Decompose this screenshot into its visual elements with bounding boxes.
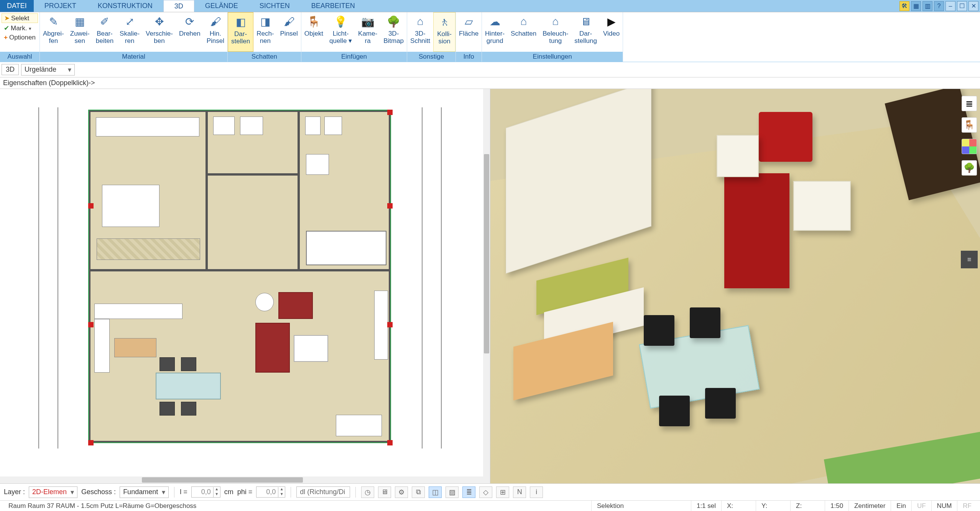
phi-spinner[interactable]: ▲▼ — [256, 486, 285, 498]
sonstige-kollision[interactable]: 🚶︎Kolli- sion — [433, 12, 455, 52]
view-3d[interactable]: ≣ 🪑 🌳 ≡ — [490, 89, 980, 483]
material-skalieren[interactable]: ⤢Skalie- ren — [117, 12, 143, 52]
clone-icon[interactable]: ⧉ — [412, 486, 425, 498]
l-spinner[interactable]: ▲▼ — [191, 486, 220, 498]
group-label-auswahl: Auswahl — [0, 52, 39, 62]
material-verschieben[interactable]: ✥Verschie- ben — [143, 12, 176, 52]
material-hin-pinsel[interactable]: 🖌Hin. Pinsel — [204, 12, 227, 52]
info-icon[interactable]: i — [530, 486, 543, 498]
scrollbar-v-thumb[interactable] — [484, 154, 489, 353]
assign-icon: ▦ — [72, 14, 87, 29]
armchair-red — [278, 292, 313, 319]
menu-projekt[interactable]: PROJEKT — [34, 0, 87, 12]
label: Verschie- ben — [146, 30, 173, 44]
scrollbar-h-thumb[interactable] — [142, 477, 303, 483]
status-z: Z: — [791, 501, 825, 511]
layer-select[interactable]: 2D-Elemen — [29, 486, 77, 498]
layer-combo[interactable]: Urgelände — [21, 64, 75, 76]
optionen-tool[interactable]: + Optionen — [2, 33, 38, 42]
menu-bearbeiten[interactable]: BEARBEITEN — [301, 0, 366, 12]
label: Schatten — [511, 30, 536, 37]
menu-3d[interactable]: 3D — [163, 0, 194, 12]
einstellungen-darstellung[interactable]: 🖥Dar- stellung — [571, 12, 600, 52]
project-icon[interactable]: ▦ — [911, 1, 921, 11]
phi-up-icon[interactable]: ▲ — [278, 487, 285, 492]
mode-chip[interactable]: 3D — [2, 64, 19, 75]
scrollbar-h-2d[interactable] — [0, 476, 490, 483]
view-2d[interactable] — [0, 89, 490, 483]
material-drehen[interactable]: ⟳Drehen — [176, 12, 204, 52]
phi-down-icon[interactable]: ▼ — [278, 492, 285, 497]
label: Video — [603, 30, 620, 37]
einstellungen-schatten[interactable]: ⌂Schatten — [508, 12, 539, 52]
geschoss-select[interactable]: Fundament — [120, 486, 169, 498]
wall-v2 — [298, 112, 300, 269]
config-icon[interactable]: ⚙ — [395, 486, 408, 498]
side-plant-icon[interactable]: 🌳 — [962, 160, 977, 176]
ribbon-group-auswahl: ➤ Selekt ✔ Mark. + Optionen Auswahl — [0, 12, 40, 62]
dining-chair-3d-1 — [644, 315, 674, 346]
monitor-icon[interactable]: 🖥 — [378, 486, 391, 498]
grid-icon[interactable]: ⊞ — [496, 486, 509, 498]
einstellungen-video[interactable]: ▶Video — [600, 12, 623, 52]
ribbon-group-sonstige: ⌂3D- Schnitt 🚶︎Kolli- sion Sonstige — [407, 12, 456, 62]
measure-icon[interactable]: ◇ — [479, 486, 492, 498]
dining-chair-3d-3 — [659, 396, 690, 426]
separator — [174, 487, 174, 498]
tools-icon[interactable]: 🛠 — [899, 1, 909, 11]
layer-label: Layer : — [4, 488, 25, 496]
help-icon[interactable]: ? — [934, 1, 944, 11]
einfuegen-3dbitmap[interactable]: 🌳3D- Bitmap — [380, 12, 407, 52]
einfuegen-objekt[interactable]: 🪑Objekt — [301, 12, 326, 52]
restore-icon[interactable]: ☐ — [957, 1, 967, 11]
close-icon[interactable]: ✕ — [968, 1, 978, 11]
mark-tool[interactable]: ✔ Mark. — [2, 24, 38, 33]
cloud-icon: ☁ — [487, 14, 503, 29]
dining-chair-4 — [181, 402, 196, 416]
wall-h1 — [90, 269, 389, 271]
l-input[interactable] — [192, 487, 213, 497]
l-down-icon[interactable]: ▼ — [213, 492, 220, 497]
wc-1 — [213, 117, 235, 135]
clock-icon[interactable]: ◷ — [361, 486, 374, 498]
side-furniture-icon[interactable]: 🪑 — [962, 117, 977, 133]
einstellungen-hintergrund[interactable]: ☁Hinter- grund — [482, 12, 508, 52]
l-up-icon[interactable]: ▲ — [213, 487, 220, 492]
einfuegen-kamera[interactable]: 📷Kame- ra — [355, 12, 380, 52]
coffee-table — [294, 335, 328, 362]
floorplan[interactable] — [88, 110, 391, 443]
material-abgreifen[interactable]: ✎Abgrei- fen — [40, 12, 67, 52]
side-palette-icon[interactable] — [962, 139, 977, 154]
side-layers-icon[interactable]: ≣ — [962, 96, 977, 111]
north-icon[interactable]: N — [513, 486, 526, 498]
status-ein: Ein — [891, 501, 912, 511]
sonstige-3dschnitt[interactable]: ⌂3D- Schnitt — [407, 12, 433, 52]
menu-sichten[interactable]: SICHTEN — [249, 0, 301, 12]
menu-konstruktion[interactable]: KONSTRUKTION — [87, 0, 163, 12]
views-icon[interactable]: ◫ — [429, 486, 442, 498]
menu-spacer — [366, 0, 899, 12]
scrollbar-v-2d[interactable] — [483, 89, 490, 476]
bed — [102, 185, 159, 227]
menu-file[interactable]: DATEI — [0, 0, 34, 12]
einfuegen-lichtquelle[interactable]: 💡Licht- quelle ▾ — [326, 12, 355, 52]
menu-gelaende[interactable]: GELÄNDE — [194, 0, 249, 12]
schatten-pinsel[interactable]: 🖌Pinsel — [277, 12, 301, 52]
select-tool[interactable]: ➤ Selekt — [2, 13, 38, 23]
dining-table — [156, 373, 221, 399]
view-icon[interactable]: ▥ — [922, 1, 932, 11]
info-flaeche[interactable]: ▱Fläche — [456, 12, 482, 52]
side-expand-icon[interactable]: ≡ — [961, 251, 978, 268]
material-bearbeiten[interactable]: ✐Bear- beiten — [93, 12, 117, 52]
dl-field[interactable]: dl (Richtung/Di — [296, 486, 350, 498]
hatch-icon[interactable]: ▨ — [446, 486, 459, 498]
schatten-rechnen[interactable]: ◨Rech- nen — [253, 12, 277, 52]
phi-input[interactable] — [257, 487, 278, 497]
minimize-icon[interactable]: – — [945, 1, 955, 11]
layers-toggle-icon[interactable]: ≣ — [462, 486, 475, 498]
schatten-darstellen[interactable]: ◧Dar- stellen — [228, 12, 253, 52]
label: Pinsel — [280, 30, 298, 37]
material-zuweisen[interactable]: ▦Zuwei- sen — [67, 12, 93, 52]
properties-hint[interactable]: Eigenschaften (Doppelklick)-> — [0, 77, 980, 89]
einstellungen-beleuchtung[interactable]: ⌂Beleuch- tung — [539, 12, 571, 52]
